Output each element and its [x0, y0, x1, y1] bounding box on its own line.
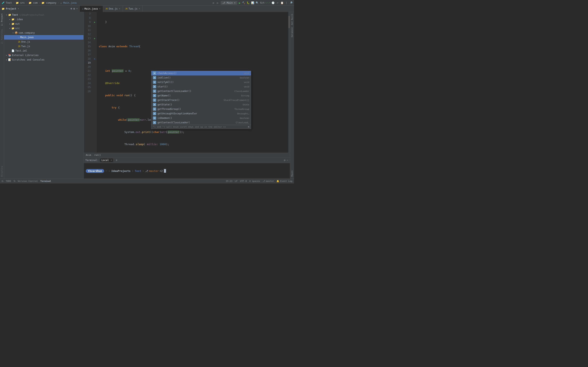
tab-two-js-close[interactable]: ×: [139, 8, 140, 10]
code-line-17: Thread.sleep( millis: 1000);: [99, 142, 288, 146]
nav-forward-icon[interactable]: ▷: [216, 1, 219, 4]
terminal-local-close[interactable]: ×: [111, 159, 112, 161]
status-event-log[interactable]: 🔔 Event Log: [277, 180, 292, 183]
terminal-minimize-icon[interactable]: −: [287, 159, 288, 162]
right-tab-maven[interactable]: Maven: [291, 169, 294, 178]
debug-icon[interactable]: 🐛: [247, 1, 250, 4]
tree-item-idea[interactable]: ▸ 📁 .idea: [4, 17, 84, 22]
ac-icon-getName: m: [153, 94, 156, 97]
tree-item-two-js[interactable]: ▸ JS Two.js: [4, 44, 84, 49]
project-dropdown-icon[interactable]: ▾: [18, 8, 19, 10]
status-encoding[interactable]: UTF-8: [240, 180, 247, 183]
ac-item-isAlive[interactable]: m isAlive() boolean: [151, 75, 251, 80]
ac-item-getStackTrace[interactable]: m getStackTrace() StackTraceElement[]: [151, 98, 251, 102]
tab-one-js[interactable]: JS One.js ×: [103, 6, 123, 12]
terminal-content[interactable]: thvardhan ~ › IdeaProjects › Test › ⎇ ma…: [84, 163, 290, 179]
branch-selector[interactable]: ⎇ Main ▾: [221, 1, 237, 5]
tab-two-js[interactable]: JS Two.js ×: [123, 6, 143, 12]
search-icon[interactable]: 🔍: [256, 1, 259, 4]
status-version-control[interactable]: 9: Version Control: [13, 180, 38, 183]
right-tab-ant[interactable]: Ant Build: [291, 13, 294, 26]
editor-scrollbar[interactable]: [288, 12, 290, 153]
tree-item-out[interactable]: ▸ 📁 out: [4, 22, 84, 26]
bc-main-java[interactable]: ☕ Main.java: [60, 1, 76, 4]
tree-item-src[interactable]: ▾ 📁 src: [4, 26, 84, 31]
status-git-branch[interactable]: ⎇ master: [263, 180, 274, 183]
bc-src[interactable]: 📁 src: [16, 1, 25, 4]
editor-area[interactable]: 7 8 9 10 11 12 13 14 15 16 17 18 19 20 2…: [84, 12, 290, 179]
ac-item-start[interactable]: m start() void: [151, 84, 251, 89]
terminal-tab-local[interactable]: Local ×: [100, 158, 113, 162]
ln-23: 23: [85, 77, 92, 81]
ac-icon-isAlive: m: [153, 76, 156, 79]
nav-back-icon[interactable]: ◁: [212, 1, 215, 4]
project-folder-icon: 📁: [2, 7, 5, 10]
ac-name-getContextCL2: getContextClassLoader(: [157, 121, 236, 124]
more-icon[interactable]: ⋮: [285, 1, 288, 4]
sep1: ›: [13, 1, 15, 4]
terminal-add-button[interactable]: +: [116, 158, 118, 162]
autocomplete-dropdown[interactable]: m checkAccess() void m isAlive() boolean…: [151, 71, 251, 129]
tree-item-one-js[interactable]: ▸ JS One.js: [4, 40, 84, 44]
settings-icon-proj[interactable]: ⚙: [73, 7, 75, 10]
ac-item-isDaemon[interactable]: m isDaemon() boolean: [151, 116, 251, 120]
status-event-icon: 🔔: [277, 180, 279, 183]
status-position[interactable]: 19:23: [226, 180, 232, 183]
ln-21: 21: [85, 69, 92, 73]
left-tab-project[interactable]: 1: Project: [0, 12, 3, 27]
terminal-settings-icon[interactable]: ⚙: [284, 159, 285, 162]
tree-item-scratches[interactable]: ▸ 📝 Scratches and Consoles: [4, 58, 84, 62]
ac-item-getThreadGroup[interactable]: m getThreadGroup() ThreadGroup: [151, 107, 251, 111]
history-icon[interactable]: 🕐: [272, 1, 274, 4]
ac-item-getUncaught[interactable]: m getUncaughtExceptionHandler Uncaught…: [151, 111, 251, 116]
build-icon[interactable]: 🔨: [242, 1, 245, 4]
ac-item-getState[interactable]: m getState() State: [151, 102, 251, 107]
scrollbar-thumb[interactable]: [288, 16, 290, 28]
tree-item-ext-libs[interactable]: ▸ 📚 External Libraries: [4, 53, 84, 58]
status-todo[interactable]: 6: TODO: [2, 180, 11, 183]
right-tab-database[interactable]: Database: [291, 26, 294, 38]
breadcrumb-class[interactable]: Anim: [86, 154, 91, 156]
tab-one-js-close[interactable]: ×: [119, 8, 120, 10]
tree-icon-src: 📁: [11, 27, 15, 30]
code-line-8: [99, 32, 288, 36]
gc-22: [93, 73, 97, 77]
ac-item-getContextClassLoader[interactable]: m getContextClassLoader() ClassLoader: [151, 89, 251, 93]
undo-icon[interactable]: ↩: [276, 1, 279, 4]
tree-label-src: src: [15, 27, 20, 30]
ac-icon-getStackTrace: m: [153, 99, 156, 102]
breadcrumb-method[interactable]: run(): [94, 154, 101, 156]
tab-main-java[interactable]: ☕ Main.java ×: [80, 6, 103, 12]
status-lf[interactable]: LF: [235, 180, 237, 183]
ac-type-getContextCL2: ClassLoad…: [236, 121, 249, 124]
status-terminal[interactable]: Terminal: [40, 180, 51, 183]
bc-company[interactable]: 📁 company: [42, 1, 56, 4]
ac-type-getState: State: [242, 103, 249, 106]
tree-item-test-iml[interactable]: ▸ 📄 Test.iml: [4, 49, 84, 53]
tab-main-java-icon: ☕: [82, 7, 84, 10]
tree-arrow-out: ▸: [8, 23, 11, 25]
ac-item-notifyAll[interactable]: m notifyAll() void: [151, 80, 251, 84]
status-lf-label: LF: [235, 180, 237, 183]
gc-21: [93, 69, 97, 73]
copy-icon[interactable]: 📋: [281, 1, 283, 4]
left-tab-structure[interactable]: Structure: [0, 164, 3, 179]
add-icon[interactable]: ⊕: [71, 7, 72, 10]
left-tab-favorites[interactable]: 2: Favorites: [0, 27, 3, 45]
bc-com[interactable]: 📁 com: [29, 1, 38, 4]
ac-name-notifyAll: notifyAll(): [157, 81, 244, 83]
search2-icon[interactable]: 🔎: [290, 1, 292, 4]
tree-item-com-company[interactable]: ▾ 📦 com.company: [4, 31, 84, 35]
minimize-panel-icon[interactable]: −: [76, 7, 78, 10]
run-button[interactable]: ▶: [239, 1, 241, 4]
tree-item-main-java[interactable]: ▸ ☕ Main.java: [4, 35, 84, 40]
ac-item-getContextCL2[interactable]: m getContextClassLoader( ClassLoad…: [151, 120, 251, 125]
coverage-icon[interactable]: 📊: [251, 1, 254, 4]
tab-main-java-close[interactable]: ×: [99, 8, 100, 10]
ac-item-checkAccess[interactable]: m checkAccess() void: [151, 71, 251, 75]
tree-icon-scratches: 📝: [8, 58, 11, 61]
tree-item-test[interactable]: ▾ 📁 Test ~/IdeaProjects/Test: [4, 13, 84, 17]
ln-14: 14: [85, 40, 92, 44]
ac-item-getName[interactable]: m getName() String: [151, 93, 251, 98]
status-indent[interactable]: 4 spaces: [249, 180, 260, 183]
